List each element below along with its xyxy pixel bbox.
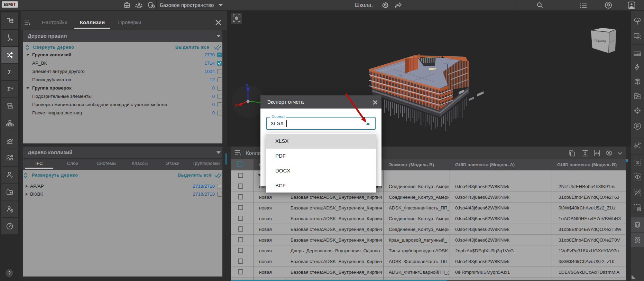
svg-text:Σ: Σ — [8, 69, 12, 76]
svg-text:X: X — [235, 103, 238, 107]
svg-text:Σ: Σ — [7, 86, 11, 93]
svg-text:1: 1 — [635, 143, 636, 145]
svg-text:2D: 2D — [8, 104, 12, 108]
svg-text:2: 2 — [638, 142, 640, 144]
svg-text:+: + — [11, 86, 13, 91]
svg-text:Z: Z — [246, 84, 248, 88]
